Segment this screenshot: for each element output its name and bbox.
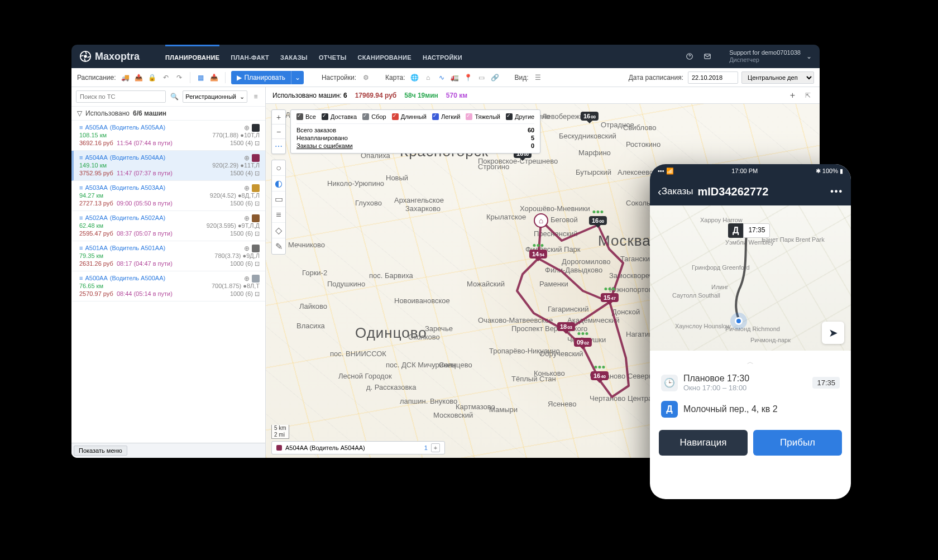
vehicle-row[interactable]: ≡ А502АА (Водитель А502АА) ⊕ 62.48 км920… bbox=[71, 211, 265, 241]
stop-marker[interactable]: 1640 bbox=[591, 371, 609, 380]
redo-icon[interactable]: ↷ bbox=[174, 73, 184, 83]
depot-select[interactable]: Центральное деп bbox=[741, 71, 814, 84]
undo-icon[interactable]: ↶ bbox=[161, 73, 171, 83]
route-icon[interactable]: ∿ bbox=[437, 73, 447, 83]
filter-stat-row[interactable]: Заказы с ошибками0 bbox=[296, 142, 534, 150]
filter-checkbox[interactable]: Длинный bbox=[392, 113, 427, 120]
pen-tool-icon[interactable]: ✎ bbox=[272, 238, 285, 254]
lasso-tool-icon[interactable]: ◐ bbox=[272, 176, 285, 192]
home-icon[interactable]: ⌂ bbox=[423, 73, 433, 83]
vehicle-row[interactable]: ≡ А505АА (Водитель А505АА) ⊕ 108.15 км77… bbox=[71, 121, 265, 151]
map-legend: А504АА (Водитель А504АА) 1 + bbox=[271, 441, 445, 454]
select-tool-icon[interactable]: ○ bbox=[272, 160, 285, 176]
nav-tab[interactable]: ПЛАНИРОВАНИЕ bbox=[165, 45, 219, 68]
zoom-in-button[interactable]: + bbox=[272, 110, 285, 125]
filter-checkbox[interactable]: Тяжелый bbox=[466, 113, 500, 120]
link-icon[interactable]: 🔗 bbox=[490, 73, 500, 83]
depot-marker[interactable]: ⌂ bbox=[534, 213, 548, 228]
list-icon[interactable]: ☰ bbox=[533, 73, 543, 83]
stop-marker[interactable]: 0902 bbox=[574, 338, 592, 347]
filter-checkbox[interactable]: Все bbox=[296, 113, 316, 120]
stop-marker[interactable]: 1547 bbox=[601, 293, 619, 302]
stop-marker[interactable]: 1803 bbox=[557, 322, 575, 331]
zoom-more-icon[interactable]: ⋯ bbox=[272, 139, 285, 154]
pin-icon[interactable]: 📍 bbox=[463, 73, 473, 83]
top-nav: Maxoptra ПЛАНИРОВАНИЕПЛАН-ФАКТЗАКАЗЫОТЧЕ… bbox=[71, 45, 820, 68]
drag-handle-icon[interactable]: ︿ bbox=[659, 357, 842, 367]
stop-marker[interactable]: 1600 bbox=[589, 216, 607, 225]
grid-icon[interactable]: ▦ bbox=[196, 73, 206, 83]
total-cost: 17969.94 руб bbox=[355, 92, 397, 99]
eta-badge: 17:35 bbox=[812, 377, 840, 389]
plan-dropdown[interactable]: ⌄ bbox=[291, 71, 304, 84]
stop-marker[interactable]: 1600 bbox=[581, 112, 599, 121]
search-icon[interactable]: 🔍 bbox=[169, 92, 179, 102]
legend-add-icon[interactable]: + bbox=[431, 443, 440, 452]
measure-tool-icon[interactable]: ≡ bbox=[272, 207, 285, 223]
inbox-icon[interactable]: 📥 bbox=[209, 73, 219, 83]
navigation-button[interactable]: Навигация bbox=[659, 430, 748, 456]
zoom-control: + − ⋯ bbox=[271, 109, 286, 154]
brand-logo[interactable]: Maxoptra bbox=[79, 50, 140, 63]
nav-tab[interactable]: ПЛАН-ФАКТ bbox=[231, 45, 269, 68]
date-input[interactable] bbox=[688, 71, 738, 84]
stop-letter-icon: Д bbox=[661, 401, 678, 418]
truck-icon[interactable]: 🚛 bbox=[450, 73, 460, 83]
search-input[interactable] bbox=[76, 90, 166, 103]
chevron-down-icon: ⌄ bbox=[240, 93, 245, 100]
zoom-out-button[interactable]: − bbox=[272, 125, 285, 139]
address-card[interactable]: Д Молочный пер., 4, кв 2 bbox=[659, 396, 842, 422]
map-label: Карта: bbox=[385, 74, 405, 82]
filter-icon: ▽ bbox=[77, 109, 82, 117]
filter-stat-row: Незапланировано5 bbox=[296, 134, 534, 142]
filter-checkbox[interactable]: Другие bbox=[506, 113, 534, 120]
back-button[interactable]: ‹ Заказы bbox=[658, 185, 693, 198]
layers-icon[interactable]: ▭ bbox=[477, 73, 487, 83]
vehicle-row[interactable]: ≡ А504АА (Водитель А504АА) ⊕ 149.10 км92… bbox=[71, 151, 265, 181]
chevron-down-icon: ⌄ bbox=[806, 52, 812, 60]
help-icon[interactable] bbox=[685, 51, 695, 61]
globe-icon[interactable]: 🌐 bbox=[410, 73, 420, 83]
filter-checkbox[interactable]: Доставка bbox=[322, 113, 357, 120]
filter-checkbox[interactable]: Легкий bbox=[432, 113, 460, 120]
date-label: Дата расписания: bbox=[629, 74, 683, 82]
tool-icon[interactable]: 🚚 bbox=[121, 73, 131, 83]
nav-tab[interactable]: ЗАКАЗЫ bbox=[280, 45, 308, 68]
scale-bar: 5 km2 mi bbox=[271, 425, 289, 439]
vehicle-row[interactable]: ≡ А503АА (Водитель А503АА) ⊕ 94.27 км920… bbox=[71, 181, 265, 211]
mobile-stop-marker[interactable]: Д 17:35 bbox=[728, 223, 770, 238]
toolbar: Расписание: 🚚 📤 🔒 ↶ ↷ ▦ 📥 ▶ Планировать … bbox=[71, 68, 820, 87]
collapse-icon[interactable]: ≡ bbox=[251, 92, 261, 102]
filters-panel: ВсеДоставкаСборДлинныйЛегкийТяжелыйДруги… bbox=[290, 109, 540, 154]
show-menu-button[interactable]: Показать меню bbox=[74, 446, 127, 456]
gear-icon[interactable]: ⚙ bbox=[361, 73, 371, 83]
lock-icon[interactable]: 🔒 bbox=[147, 73, 157, 83]
add-icon[interactable]: + bbox=[790, 90, 795, 100]
nav-tab[interactable]: СКАНИРОВАНИЕ bbox=[358, 45, 411, 68]
tool-icon[interactable]: 📤 bbox=[134, 73, 144, 83]
filter-row[interactable]: ▽ Использовано 6/6 машин bbox=[71, 107, 265, 121]
nav-tab[interactable]: ОТЧЕТЫ bbox=[319, 45, 347, 68]
view-label: Вид: bbox=[515, 74, 529, 82]
user-menu[interactable]: Support for demo0701038 Диспетчер ⌄ bbox=[729, 49, 812, 64]
nav-tab[interactable]: НАСТРОЙКИ bbox=[423, 45, 462, 68]
vehicle-row[interactable]: ≡ А501АА (Водитель А501АА) ⊕ 79.35 км780… bbox=[71, 241, 265, 271]
export-icon[interactable]: ⇱ bbox=[803, 90, 813, 100]
plan-button[interactable]: ▶ Планировать ⌄ bbox=[231, 71, 304, 84]
more-icon[interactable]: ••• bbox=[830, 186, 843, 197]
total-distance: 570 км bbox=[446, 92, 467, 99]
sort-select[interactable]: Регистрационный ⌄ bbox=[183, 90, 247, 103]
mobile-header: ‹ Заказы mID34262772 ••• bbox=[650, 178, 851, 205]
stop-marker[interactable]: 1454 bbox=[529, 250, 547, 259]
locate-button[interactable]: ➤ bbox=[822, 322, 844, 344]
arrived-button[interactable]: Прибыл bbox=[753, 430, 842, 456]
status-bar: ••• 📶 17:00 PM ✱ 100% ▮ bbox=[650, 164, 851, 178]
rect-tool-icon[interactable]: ▭ bbox=[272, 192, 285, 207]
draw-tool-icon[interactable]: ◇ bbox=[272, 223, 285, 238]
total-duration: 58ч 19мин bbox=[404, 92, 438, 99]
vehicle-row[interactable]: ≡ А500АА (Водитель А500АА) ⊕ 76.65 км700… bbox=[71, 271, 265, 301]
filter-checkbox[interactable]: Сбор bbox=[362, 113, 386, 120]
schedule-label: Расписание: bbox=[77, 74, 116, 82]
mobile-map[interactable]: Харроу HarrowУэмбли WembleyБэнет Парк Br… bbox=[650, 205, 851, 351]
mail-icon[interactable] bbox=[702, 51, 712, 61]
